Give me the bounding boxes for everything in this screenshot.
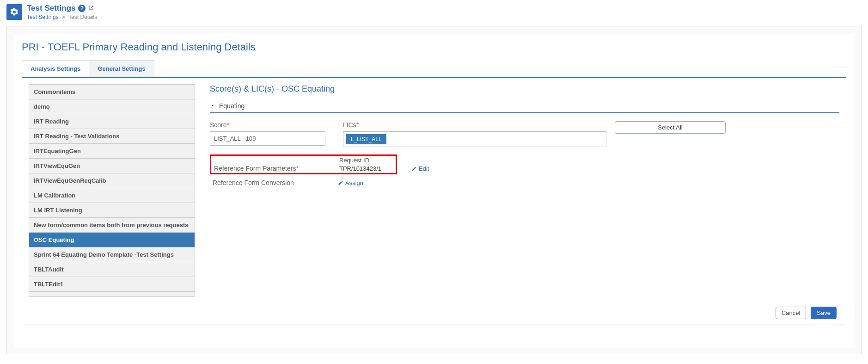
section-title: Score(s) & LIC(s) - OSC Equating <box>210 84 839 94</box>
form-row-main: Score* LICs* L_LIST_ALL Select All <box>210 121 839 147</box>
cancel-button[interactable]: Cancel <box>776 307 806 319</box>
tab-analysis-settings[interactable]: Analysis Settings <box>22 60 89 77</box>
sidebar-item[interactable]: TBLTAudit <box>29 262 195 277</box>
lics-input[interactable]: L_LIST_ALL <box>343 131 606 147</box>
score-label: Score* <box>210 121 335 129</box>
gear-icon <box>6 4 22 20</box>
score-input[interactable] <box>210 131 325 146</box>
breadcrumb-separator: > <box>62 14 65 20</box>
sidebar-item[interactable]: Commonitems <box>29 85 195 99</box>
sidebar-list[interactable]: CommonitemsdemoIRT ReadingIRT Reading - … <box>29 84 195 297</box>
sidebar-wrap: CommonitemsdemoIRT ReadingIRT Reading - … <box>29 84 197 297</box>
select-all-button[interactable]: Select All <box>615 121 726 134</box>
header-titles: Test Settings ? Test Settings > Test Det… <box>27 4 97 20</box>
page-header: Test Settings ? Test Settings > Test Det… <box>0 0 868 20</box>
score-field: Score* <box>210 121 335 146</box>
reference-block: Request ID Reference Form Parameters* TP… <box>210 154 839 186</box>
sidebar-item[interactable]: Sprint 64 Equating Demo Template -Test S… <box>29 247 195 262</box>
breadcrumb-root[interactable]: Test Settings <box>27 14 59 20</box>
request-id-label: Request ID <box>339 157 409 164</box>
save-button[interactable]: Save <box>811 307 837 319</box>
page-title: PRI - TOEFL Primary Reading and Listenin… <box>22 41 846 53</box>
sidebar-item[interactable]: TBLTEdit2 <box>29 292 195 297</box>
sidebar-item[interactable]: LM IRT Listening <box>29 203 195 218</box>
breadcrumb-current: Test Details <box>68 14 97 20</box>
outer-panel: PRI - TOEFL Primary Reading and Listenin… <box>6 26 862 354</box>
sidebar-item[interactable]: IRT Reading <box>29 114 195 129</box>
lics-chip[interactable]: L_LIST_ALL <box>346 134 386 144</box>
edit-link[interactable]: Edit <box>411 165 429 172</box>
sidebar-item[interactable]: LM Calibration <box>29 188 195 203</box>
lics-label: LICs* <box>343 121 606 129</box>
right-pane: Score(s) & LIC(s) - OSC Equating Equatin… <box>210 84 839 297</box>
sidebar-item[interactable]: IRTEquatingGen <box>29 144 195 159</box>
assign-link[interactable]: Assign <box>338 179 394 186</box>
inner-panel: PRI - TOEFL Primary Reading and Listenin… <box>14 34 854 348</box>
select-all-wrap: Select All <box>615 121 726 134</box>
lics-field: LICs* L_LIST_ALL <box>343 121 606 147</box>
edit-icon <box>338 180 343 185</box>
sidebar-item[interactable]: New form/common items both from previous… <box>29 218 195 233</box>
request-id-value: TPR/1013423/1 <box>339 165 409 172</box>
chevron-down-icon <box>210 103 215 110</box>
reference-form-conversion-label: Reference Form Conversion <box>213 179 335 186</box>
tab-general-settings[interactable]: General Settings <box>89 60 154 77</box>
sidebar-item[interactable]: demo <box>29 99 195 114</box>
tab-body: CommonitemsdemoIRT ReadingIRT Reading - … <box>22 77 846 325</box>
sidebar-item[interactable]: TBLTEdit1 <box>29 277 195 292</box>
sidebar-item[interactable]: OSC Equating <box>29 233 195 247</box>
page-title-small: Test Settings <box>27 4 75 13</box>
edit-icon <box>411 166 417 172</box>
sidebar-item[interactable]: IRTViewEquGen <box>29 159 195 173</box>
equating-toggle[interactable]: Equating <box>210 102 839 113</box>
breadcrumb: Test Settings > Test Details <box>27 13 97 20</box>
footer-actions: Cancel Save <box>776 307 837 319</box>
sidebar-item[interactable]: IRTViewEquGenReqCalib <box>29 173 195 188</box>
reference-form-parameters-row: Request ID Reference Form Parameters* TP… <box>210 154 397 174</box>
tabs: Analysis Settings General Settings <box>22 60 846 77</box>
external-link-icon[interactable] <box>88 5 94 12</box>
reference-form-conversion-row: Reference Form Conversion Assign <box>210 174 397 186</box>
reference-form-parameters-label: Reference Form Parameters* <box>214 165 336 172</box>
sidebar-item[interactable]: IRT Reading - Test Validations <box>29 129 195 144</box>
equating-label: Equating <box>219 102 245 110</box>
help-icon[interactable]: ? <box>78 5 86 12</box>
